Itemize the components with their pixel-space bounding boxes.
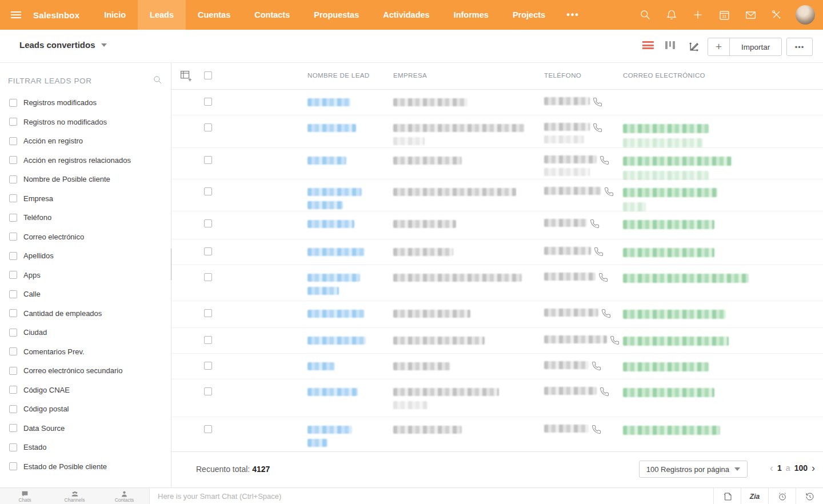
notifications-bell-icon[interactable]	[661, 4, 682, 26]
phone-icon[interactable]	[592, 425, 601, 437]
filter-item[interactable]: Acción en registros relacionados	[9, 156, 131, 165]
nav-item-cuentas[interactable]: Cuentas	[186, 0, 242, 30]
lead-name-link[interactable]	[307, 426, 352, 447]
table-row[interactable]	[171, 211, 823, 239]
add-plus-icon[interactable]	[687, 4, 709, 26]
row-checkbox[interactable]	[204, 123, 212, 131]
row-checkbox[interactable]	[204, 98, 212, 106]
filter-item[interactable]: Apellidos	[9, 251, 131, 260]
lead-name-link[interactable]	[307, 220, 354, 228]
zia-icon[interactable]: Zia	[741, 488, 768, 504]
smart-chat-input[interactable]: Here is your Smart Chat (Ctrl+Space)	[150, 488, 713, 504]
nav-item-leads[interactable]: Leads	[138, 0, 186, 30]
history-icon[interactable]	[796, 488, 823, 504]
phone-icon[interactable]	[590, 219, 600, 231]
filter-item[interactable]: Comentarios Prev.	[9, 347, 131, 356]
table-row[interactable]	[171, 354, 823, 379]
table-row[interactable]	[171, 90, 823, 115]
filter-item[interactable]: Código postal	[9, 405, 131, 413]
table-row[interactable]	[171, 148, 823, 179]
table-row[interactable]	[171, 115, 823, 148]
filter-checkbox[interactable]	[9, 309, 17, 317]
hamburger-menu-icon[interactable]	[0, 0, 32, 30]
phone-icon[interactable]	[610, 335, 620, 347]
filter-item[interactable]: Registros no modificados	[9, 118, 131, 126]
filter-checkbox[interactable]	[9, 347, 17, 355]
column-header[interactable]: NOMBRE DE LEAD	[307, 72, 369, 79]
filter-checkbox[interactable]	[9, 462, 17, 470]
filter-item[interactable]: Teléfono	[9, 213, 131, 222]
filter-item[interactable]: Ciudad	[9, 328, 131, 337]
row-checkbox[interactable]	[204, 425, 212, 433]
nav-item-informes[interactable]: Informes	[442, 0, 501, 30]
column-header[interactable]: CORREO ELECTRÓNICO	[623, 72, 705, 79]
row-checkbox[interactable]	[204, 387, 212, 395]
import-button[interactable]: Importar	[730, 38, 781, 55]
view-selector[interactable]: Leads convertidos	[19, 40, 107, 50]
more-actions-button[interactable]: •••	[786, 38, 813, 56]
next-page-button[interactable]: ›	[812, 464, 815, 472]
row-checkbox[interactable]	[204, 362, 212, 370]
search-icon[interactable]	[634, 4, 656, 26]
phone-icon[interactable]	[600, 155, 609, 167]
filter-checkbox[interactable]	[9, 175, 17, 183]
filter-checkbox[interactable]	[9, 137, 17, 145]
phone-icon[interactable]	[594, 247, 604, 259]
table-row[interactable]	[171, 179, 823, 211]
row-checkbox[interactable]	[204, 219, 212, 227]
filter-item[interactable]: Estado de Posible cliente	[9, 462, 131, 471]
filter-checkbox[interactable]	[9, 329, 17, 337]
lead-name-link[interactable]	[307, 337, 366, 345]
filter-checkbox[interactable]	[9, 118, 17, 126]
records-per-page-dropdown[interactable]: 100 Registros por página	[639, 461, 748, 478]
row-checkbox[interactable]	[204, 247, 212, 255]
filter-item[interactable]: Apps	[9, 271, 131, 279]
filter-checkbox[interactable]	[9, 214, 17, 222]
filter-checkbox[interactable]	[9, 99, 17, 107]
lead-name-link[interactable]	[307, 124, 356, 132]
phone-icon[interactable]	[601, 309, 611, 321]
phone-icon[interactable]	[598, 273, 608, 285]
alarm-icon[interactable]	[768, 488, 796, 504]
row-checkbox[interactable]	[204, 187, 212, 195]
filter-search-icon[interactable]	[153, 75, 162, 87]
phone-icon[interactable]	[593, 123, 602, 135]
list-view-icon[interactable]	[642, 41, 655, 51]
phone-icon[interactable]	[593, 97, 602, 109]
filter-item[interactable]: Acción en registro	[9, 137, 131, 145]
select-all-checkbox[interactable]	[204, 71, 212, 79]
new-record-button[interactable]: +	[708, 38, 730, 55]
filter-checkbox[interactable]	[9, 271, 17, 279]
lead-name-link[interactable]	[307, 310, 365, 318]
phone-icon[interactable]	[600, 387, 609, 399]
filter-item[interactable]: Código CNAE	[9, 386, 131, 394]
table-row[interactable]	[171, 328, 823, 354]
avatar[interactable]	[796, 5, 815, 25]
row-checkbox[interactable]	[204, 273, 212, 281]
filter-item[interactable]: Nombre de Posible cliente	[9, 175, 131, 183]
filter-item[interactable]: Data Source	[9, 424, 131, 433]
lead-name-link[interactable]	[307, 388, 358, 396]
table-row[interactable]	[171, 265, 823, 301]
filter-item[interactable]: Estado	[9, 443, 131, 451]
filter-checkbox[interactable]	[9, 290, 17, 298]
filter-checkbox[interactable]	[9, 405, 17, 413]
calendar-icon[interactable]: 31	[713, 4, 735, 26]
filter-item[interactable]: Empresa	[9, 194, 131, 203]
note-icon[interactable]	[713, 488, 741, 504]
filter-checkbox[interactable]	[9, 156, 17, 164]
filter-checkbox[interactable]	[9, 367, 17, 375]
filter-item[interactable]: Correo electrónico secundario	[9, 366, 131, 375]
lead-name-link[interactable]	[307, 98, 350, 106]
filter-checkbox[interactable]	[9, 386, 17, 394]
nav-item-projects[interactable]: Projects	[501, 0, 557, 30]
lead-name-link[interactable]	[307, 188, 362, 209]
phone-icon[interactable]	[604, 187, 614, 199]
phone-icon[interactable]	[592, 361, 601, 373]
nav-item-propuestas[interactable]: Propuestas	[302, 0, 371, 30]
row-checkbox[interactable]	[204, 336, 212, 344]
lead-name-link[interactable]	[307, 362, 335, 370]
chat-tab-chats[interactable]: Chats	[0, 488, 50, 504]
table-row[interactable]	[171, 301, 823, 328]
add-column-icon[interactable]	[179, 70, 191, 84]
